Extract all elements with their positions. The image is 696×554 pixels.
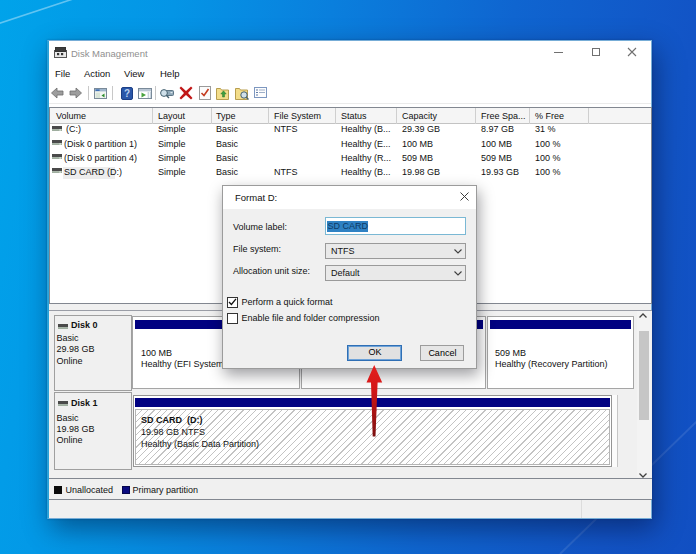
svg-text:?: ? — [124, 88, 130, 99]
